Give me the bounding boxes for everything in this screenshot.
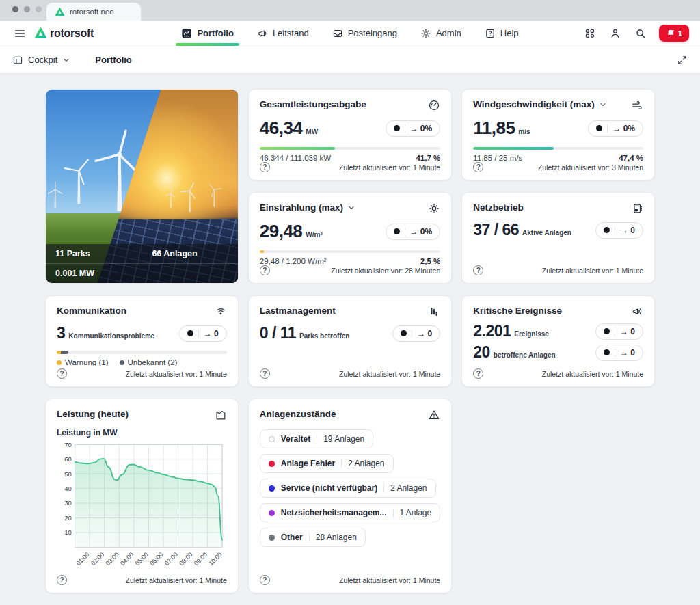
card-anlagenzustaende: Anlagenzustände Veraltet 19 Anlagen [248, 399, 452, 593]
help-icon[interactable]: ? [57, 575, 67, 585]
nav-item-portfolio[interactable]: Portfolio [181, 21, 233, 46]
trend-badge[interactable]: → 0% [588, 120, 643, 137]
bell-icon [666, 29, 675, 38]
bars-icon [428, 306, 440, 318]
card-gesamtleistungsabgabe: Gesamtleistungsabgabe 46,34MW → 0% 46.34… [248, 89, 452, 180]
card-title[interactable]: Windgeschwindigkeit (max) [473, 99, 607, 109]
card-title: Kommunikation [57, 306, 126, 316]
badge-divider [615, 226, 615, 234]
last-updated: Zuletzt aktualisiert vor: 28 Minuten [331, 267, 440, 275]
trend-badge[interactable]: → 0 [392, 325, 440, 342]
metric-percent: 47,4 % [619, 154, 643, 162]
window-close-icon[interactable] [12, 6, 18, 12]
notifications-button[interactable]: 1 [659, 25, 689, 42]
portfolio-overview-card[interactable]: 11 Parks 66 Anlagen 0.001 MW [45, 89, 239, 284]
card-title: Leistung (heute) [57, 409, 129, 419]
metric-value: 2.201 [473, 322, 511, 340]
help-icon[interactable]: ? [260, 162, 270, 172]
trend-value: → 0% [612, 124, 635, 133]
metric-ratio: 11,85 / 25 m/s [473, 154, 522, 162]
help-icon[interactable]: ? [57, 368, 67, 379]
window-zoom-icon[interactable] [36, 6, 42, 12]
search-icon [634, 27, 647, 40]
nav-label: Posteingang [348, 28, 397, 38]
help-icon[interactable]: ? [473, 162, 483, 172]
nav-label: Help [500, 28, 519, 38]
megaphone-icon [257, 28, 268, 39]
svg-text:08:00: 08:00 [178, 551, 193, 567]
status-chip-netzsicherheitsmanagement[interactable]: Netzsicherheitsmanagem... 1 Anlage [260, 503, 440, 522]
trend-badge[interactable]: → 0 [595, 345, 643, 361]
status-chip-service[interactable]: Service (nicht verfügbar) 2 Anlagen [260, 479, 436, 498]
help-icon[interactable]: ? [260, 575, 270, 585]
metric-unit: MW [306, 128, 318, 135]
trend-badge[interactable]: → 0 [595, 222, 643, 239]
gauge-icon [428, 99, 440, 111]
status-chip-veraltet[interactable]: Veraltet 19 Anlagen [260, 429, 373, 448]
trend-badge[interactable]: → 0 [179, 325, 227, 342]
nav-item-leitstand[interactable]: Leitstand [257, 21, 309, 46]
status-chip-other[interactable]: Other 28 Anlagen [260, 528, 366, 547]
svg-text:30: 30 [64, 499, 72, 507]
status-dot-icon [187, 330, 193, 336]
organization-button[interactable] [583, 27, 597, 40]
breadcrumb-page: Portfolio [95, 55, 131, 65]
overview-stats-overlay: 11 Parks 66 Anlagen 0.001 MW [46, 244, 238, 283]
status-dot-icon [269, 510, 275, 516]
dashboard-content: 11 Parks 66 Anlagen 0.001 MW Gesamtleist… [0, 74, 700, 605]
warning-triangle-icon [428, 409, 440, 421]
progress-fill [260, 147, 335, 150]
help-icon[interactable]: ? [473, 265, 483, 275]
rotorsoft-logo-icon [55, 7, 65, 17]
search-button[interactable] [634, 27, 647, 40]
notification-count: 1 [678, 29, 682, 38]
help-icon[interactable]: ? [260, 265, 270, 275]
help-icon[interactable]: ? [473, 368, 483, 379]
nav-item-help[interactable]: Help [485, 21, 519, 46]
active-tab-underline [176, 43, 239, 46]
metric-label: Parks betroffen [299, 332, 349, 340]
chevron-down-icon [347, 204, 355, 212]
metric-unit: m/s [518, 128, 530, 135]
metric-ratio: 46.344 / 111.039 kW [260, 154, 331, 162]
trend-value: → 0 [620, 348, 635, 358]
metric-value: 3 [57, 324, 65, 342]
svg-text:03:00: 03:00 [105, 551, 120, 567]
fullscreen-button[interactable] [677, 55, 688, 66]
window-controls[interactable] [12, 6, 42, 12]
nav-item-posteingang[interactable]: Posteingang [332, 21, 397, 46]
nav-item-admin[interactable]: Admin [420, 21, 461, 46]
menu-button[interactable] [11, 25, 29, 42]
user-profile-button[interactable] [608, 27, 622, 40]
status-chip-anlage-fehler[interactable]: Anlage Fehler 2 Anlagen [260, 454, 394, 473]
cockpit-selector[interactable]: Cockpit [12, 55, 70, 66]
header-actions: 1 [583, 25, 689, 42]
browser-tab[interactable]: rotorsoft neo [46, 3, 141, 21]
badge-divider [405, 124, 405, 133]
window-minimize-icon[interactable] [24, 6, 30, 12]
metric-unit: W/m² [306, 231, 322, 239]
card-lastmanagement: Lastmanagement 0 / 11Parks betroffen → 0… [248, 295, 452, 387]
card-kritische-ereignisse: Kritische Ereignisse 2.201Ereignisse → 0… [461, 295, 655, 387]
svg-text:01:00: 01:00 [75, 551, 91, 567]
alarm-horn-icon [631, 306, 643, 318]
progress-fill [473, 147, 554, 150]
metric-percent: 41,7 % [416, 154, 440, 162]
card-title[interactable]: Einstrahlung (max) [260, 202, 355, 213]
badge-divider [412, 330, 412, 338]
nav-label: Leitstand [273, 28, 309, 38]
person-icon [609, 27, 621, 40]
metric-label: betroffene Anlagen [494, 351, 556, 359]
brand-logo[interactable]: rotorsoft [34, 27, 94, 40]
badge-divider [615, 349, 615, 357]
trend-badge[interactable]: → 0% [386, 120, 441, 137]
progress-fill [260, 250, 265, 253]
help-icon[interactable]: ? [260, 368, 270, 379]
chart-y-axis-title: Leistung in MW [57, 428, 227, 438]
trend-badge[interactable]: → 0 [595, 323, 643, 340]
trend-badge[interactable]: → 0% [386, 224, 441, 240]
progress-track [260, 250, 440, 253]
badge-divider [615, 327, 615, 336]
chevron-down-icon [599, 100, 607, 109]
status-dot-icon [604, 349, 610, 355]
